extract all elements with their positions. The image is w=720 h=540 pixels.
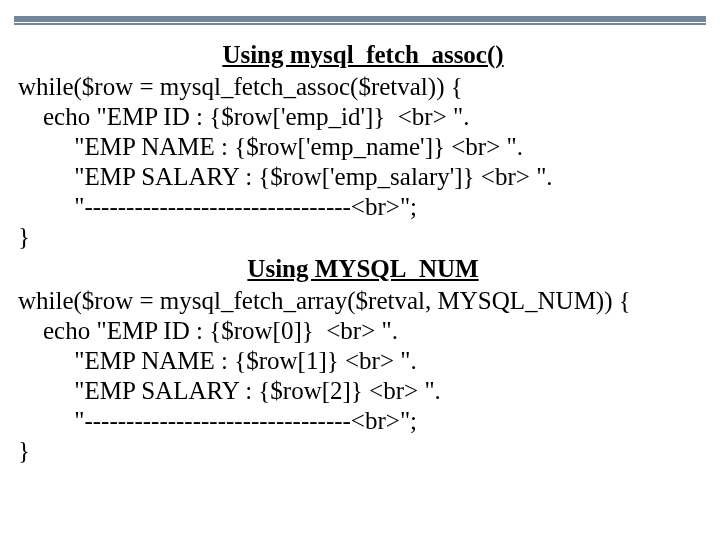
code-assoc-l1: while($row = mysql_fetch_assoc($retval))… bbox=[18, 72, 708, 102]
slide: Using mysql_fetch_assoc() while($row = m… bbox=[0, 0, 720, 540]
slide-content: Using mysql_fetch_assoc() while($row = m… bbox=[18, 38, 708, 466]
code-assoc-l3: "EMP NAME : {$row['emp_name']} <br> ". bbox=[18, 132, 708, 162]
code-num-l1: while($row = mysql_fetch_array($retval, … bbox=[18, 286, 708, 316]
bar-thick bbox=[14, 16, 706, 22]
code-assoc-l4: "EMP SALARY : {$row['emp_salary']} <br> … bbox=[18, 162, 708, 192]
code-assoc-l2: echo "EMP ID : {$row['emp_id']} <br> ". bbox=[18, 102, 708, 132]
code-num-l2: echo "EMP ID : {$row[0]} <br> ". bbox=[18, 316, 708, 346]
code-num-l6: } bbox=[18, 436, 708, 466]
code-num-l4: "EMP SALARY : {$row[2]} <br> ". bbox=[18, 376, 708, 406]
heading-assoc: Using mysql_fetch_assoc() bbox=[18, 40, 708, 70]
bar-thin bbox=[14, 23, 706, 25]
code-num-l5: "--------------------------------<br>"; bbox=[18, 406, 708, 436]
code-assoc-l6: } bbox=[18, 222, 708, 252]
heading-num: Using MYSQL_NUM bbox=[18, 254, 708, 284]
code-num-l3: "EMP NAME : {$row[1]} <br> ". bbox=[18, 346, 708, 376]
code-assoc-l5: "--------------------------------<br>"; bbox=[18, 192, 708, 222]
decorative-top-bar bbox=[14, 10, 706, 24]
